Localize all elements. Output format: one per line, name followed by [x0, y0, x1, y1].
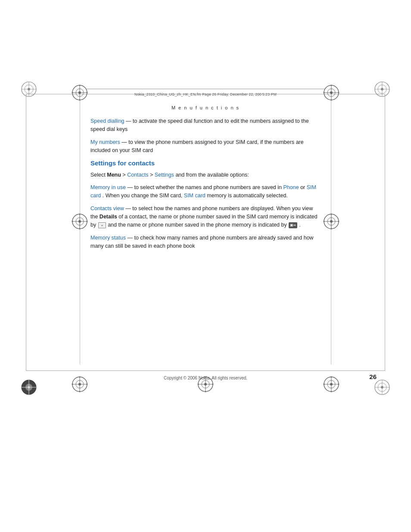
- svg-point-56: [79, 391, 81, 392]
- options-text: and from the available options:: [175, 172, 249, 178]
- svg-point-44: [338, 221, 339, 222]
- memory-or: or: [300, 184, 307, 190]
- inner-border-left: [80, 100, 80, 364]
- svg-point-67: [212, 384, 214, 385]
- details-bold: Details: [100, 214, 117, 220]
- memory-in-use-text2: . When you change the SIM card,: [103, 193, 184, 199]
- svg-point-36: [78, 220, 81, 223]
- compass-top-right-outer: [374, 81, 390, 97]
- svg-point-43: [324, 221, 325, 222]
- settings-heading: Settings for contacts: [90, 159, 321, 167]
- memory-status-para: Memory status — to check how many names …: [90, 234, 321, 251]
- speed-dialling-para: Speed dialling — to activate the speed d…: [90, 117, 321, 134]
- content-area: Speed dialling — to activate the speed d…: [90, 117, 321, 255]
- my-numbers-link[interactable]: My numbers: [90, 139, 120, 145]
- svg-point-65: [205, 391, 206, 392]
- my-numbers-para: My numbers — to view the phone numbers a…: [90, 138, 321, 155]
- select-text: Select: [90, 172, 107, 178]
- svg-point-68: [204, 383, 207, 386]
- compass-mid-right: [323, 213, 339, 230]
- compass-bottom-left-inner: [72, 376, 88, 392]
- compass-bottom-right-inner: [323, 376, 339, 392]
- speed-dialling-link[interactable]: Speed dialling: [90, 118, 125, 124]
- my-numbers-text: — to view the phone numbers assigned to …: [90, 139, 304, 153]
- sim-card-icon: ≡: [98, 222, 106, 228]
- header-bar: Nokia_2310_China_UG_zh_HK_EN.fm Page 26 …: [86, 89, 325, 99]
- compass-bottom-left-outer: [21, 379, 37, 395]
- svg-point-77: [330, 383, 333, 386]
- svg-point-75: [324, 384, 325, 385]
- compass-top-right-inner: [323, 84, 339, 101]
- svg-point-66: [198, 384, 199, 385]
- menu-bold: Menu: [107, 172, 121, 178]
- svg-point-64: [205, 376, 206, 378]
- contacts-link[interactable]: Contacts: [127, 172, 148, 178]
- svg-point-55: [79, 376, 81, 378]
- header-bar-text: Nokia_2310_China_UG_zh_HK_EN.fm Page 26 …: [86, 92, 325, 96]
- svg-point-11: [72, 92, 73, 93]
- period: .: [299, 222, 300, 228]
- svg-point-59: [78, 383, 81, 386]
- compass-top-left-inner: [72, 84, 88, 101]
- svg-point-42: [331, 228, 332, 230]
- page-border-right: [385, 94, 385, 370]
- svg-point-19: [331, 100, 332, 101]
- svg-point-76: [338, 384, 339, 385]
- svg-point-82: [381, 386, 383, 389]
- svg-point-74: [331, 391, 332, 392]
- memory-in-use-link[interactable]: Memory in use: [90, 184, 126, 190]
- compass-top-left-outer: [21, 81, 37, 97]
- svg-point-45: [330, 220, 333, 223]
- svg-point-50: [28, 386, 30, 389]
- sim-card-link2[interactable]: SIM card: [184, 193, 206, 199]
- arrow-sep2: >: [150, 172, 155, 178]
- svg-point-58: [87, 384, 88, 385]
- compass-mid-left: [72, 213, 88, 230]
- memory-in-use-para: Memory in use — to select whether the na…: [90, 184, 321, 200]
- memory-status-link[interactable]: Memory status: [90, 235, 126, 241]
- svg-point-33: [79, 228, 81, 230]
- compass-bottom-right-outer: [374, 379, 390, 395]
- svg-point-18: [331, 85, 332, 86]
- svg-point-41: [331, 214, 332, 215]
- contacts-view-text3: and the name or phone number saved in th…: [108, 222, 288, 228]
- svg-point-35: [87, 221, 88, 222]
- memory-in-use-text3: memory is automatically selected.: [207, 193, 288, 199]
- settings-link[interactable]: Settings: [155, 172, 174, 178]
- svg-point-27: [381, 88, 383, 90]
- phone-memory-icon: ▣▪▪: [289, 222, 297, 228]
- contacts-view-para: Contacts view — to select how the names …: [90, 205, 321, 230]
- svg-point-32: [79, 214, 81, 215]
- page-border-left: [26, 94, 26, 370]
- svg-point-22: [330, 91, 333, 94]
- select-menu-para: Select Menu > Contacts > Settings and fr…: [90, 171, 321, 179]
- svg-point-10: [79, 100, 81, 101]
- section-title: M e n u f u n c t i o n s: [82, 103, 329, 112]
- svg-point-4: [28, 88, 30, 90]
- svg-point-57: [72, 384, 73, 385]
- svg-point-34: [72, 221, 73, 222]
- phone-link[interactable]: Phone: [283, 184, 299, 190]
- memory-in-use-text1: — to select whether the names and phone …: [127, 184, 283, 190]
- arrow-sep1: >: [122, 172, 127, 178]
- inner-border-right: [331, 100, 331, 364]
- svg-point-13: [78, 91, 81, 94]
- compass-bottom-center: [197, 376, 214, 392]
- svg-point-21: [338, 92, 339, 93]
- contacts-view-link[interactable]: Contacts view: [90, 205, 124, 212]
- svg-point-9: [79, 85, 81, 86]
- svg-point-73: [331, 376, 332, 378]
